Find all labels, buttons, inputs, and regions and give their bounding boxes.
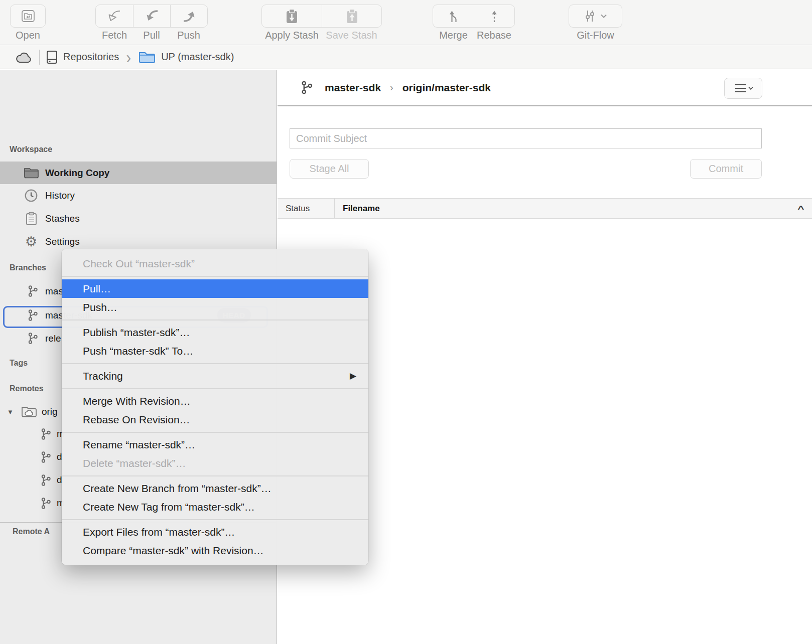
save-stash-icon	[345, 9, 359, 24]
open-button[interactable]	[11, 5, 45, 27]
menu-separator	[62, 363, 368, 364]
menu-item-compare-with-revision[interactable]: Compare “master-sdk” with Revision…	[62, 541, 368, 560]
menu-item-label: Check Out “master-sdk”	[83, 258, 356, 270]
stage-all-button[interactable]: Stage All	[290, 159, 369, 179]
menu-item-push-to[interactable]: Push “master-sdk” To…	[62, 342, 368, 360]
breadcrumb: Repositories › UP (master-sdk)	[0, 45, 812, 69]
local-repos-icon[interactable]	[46, 50, 58, 65]
sidebar-item-label: Working Copy	[45, 168, 109, 179]
menu-item-label: Compare “master-sdk” with Revision…	[83, 545, 356, 557]
menu-separator	[62, 519, 368, 520]
menu-separator	[62, 388, 368, 389]
menu-item-rename[interactable]: Rename “master-sdk”…	[62, 435, 368, 454]
menu-item-label: Publish “master-sdk”…	[83, 327, 356, 339]
commit-subject-input[interactable]	[290, 128, 762, 148]
branch-icon	[38, 428, 53, 440]
menu-item-export-files[interactable]: Export Files from “master-sdk”…	[62, 523, 368, 541]
pull-icon	[144, 8, 160, 24]
tracked-remote-branch-name: origin/master-sdk	[402, 82, 491, 94]
sidebar-item-label: History	[45, 190, 75, 201]
menu-item-label: Merge With Revision…	[83, 395, 356, 407]
pull-label: Pull	[133, 30, 170, 41]
remote-label: orig	[42, 406, 58, 417]
branch-context-menu: Check Out “master-sdk” Pull… Push… Publi…	[62, 249, 368, 565]
branch-header-chevron-icon: ›	[390, 82, 393, 93]
menu-item-label: Delete “master-sdk”…	[83, 457, 356, 469]
branch-icon	[25, 332, 40, 345]
rebase-button[interactable]	[474, 5, 514, 27]
merge-label: Merge	[433, 30, 474, 41]
remote-branch-label: d	[57, 474, 62, 486]
submenu-arrow-icon: ▶	[350, 371, 356, 381]
remote-branch-label: d	[57, 451, 62, 462]
menu-item-label: Pull…	[83, 283, 356, 295]
menu-item-label: Push “master-sdk” To…	[83, 345, 356, 357]
open-label: Open	[11, 30, 45, 41]
menu-item-rebase-on-revision[interactable]: Rebase On Revision…	[62, 410, 368, 429]
menu-item-label: Export Files from “master-sdk”…	[83, 526, 356, 538]
clock-icon	[23, 189, 40, 203]
menu-item-tracking[interactable]: Tracking▶	[62, 367, 368, 385]
menu-item-create-tag[interactable]: Create New Tag from “master-sdk”…	[62, 498, 368, 516]
menu-item-pull[interactable]: Pull…	[62, 279, 368, 298]
gitflow-button[interactable]	[569, 5, 622, 27]
menu-item-label: Create New Tag from “master-sdk”…	[83, 501, 356, 513]
sidebar-item-history[interactable]: History	[0, 184, 277, 207]
menu-item-publish[interactable]: Publish “master-sdk”…	[62, 323, 368, 342]
gitflow-icon	[584, 9, 597, 23]
menu-item-push[interactable]: Push…	[62, 298, 368, 316]
collapse-chevron-icon[interactable]: ^	[798, 204, 812, 213]
merge-button[interactable]	[433, 5, 474, 27]
branch-icon	[300, 80, 313, 95]
fetch-label: Fetch	[96, 30, 133, 41]
current-branch-name: master-sdk	[325, 82, 381, 94]
menu-item-merge-with-revision[interactable]: Merge With Revision…	[62, 392, 368, 410]
disclosure-triangle-icon[interactable]: ▼	[7, 408, 14, 416]
branch-header: master-sdk › origin/master-sdk	[278, 70, 812, 106]
branch-icon	[38, 474, 53, 487]
save-stash-button	[322, 5, 381, 27]
push-button[interactable]	[170, 5, 207, 27]
menu-item-label: Create New Branch from “master-sdk”…	[83, 482, 356, 495]
rebase-icon	[488, 9, 501, 24]
open-repo-icon	[21, 9, 36, 23]
push-icon	[181, 8, 197, 24]
sidebar-item-working-copy[interactable]: Working Copy	[0, 162, 277, 184]
breadcrumb-chevron-icon: ›	[126, 48, 131, 66]
menu-item-delete: Delete “master-sdk”…	[62, 454, 368, 472]
menu-item-create-branch[interactable]: Create New Branch from “master-sdk”…	[62, 479, 368, 498]
gitflow-button-group: Git-Flow	[569, 5, 622, 41]
menu-item-label: Tracking	[83, 370, 350, 382]
menu-item-label: Push…	[83, 301, 356, 313]
branch-icon	[38, 451, 53, 463]
menu-separator	[62, 276, 368, 277]
filename-column-header[interactable]: Filename	[335, 204, 800, 214]
branches-section-label: Branches	[10, 263, 46, 272]
apply-stash-button[interactable]	[262, 5, 322, 27]
breadcrumb-repositories[interactable]: Repositories	[63, 51, 119, 63]
cloud-icon[interactable]	[15, 50, 33, 64]
push-label: Push	[170, 30, 207, 41]
gear-icon: ⚙	[23, 234, 40, 250]
file-table-header: Status Filename ^	[278, 198, 812, 219]
clipboard-icon	[23, 212, 40, 226]
remote-folder-icon	[21, 405, 38, 418]
remotes-section-label: Remotes	[10, 384, 44, 393]
breadcrumb-current-repo[interactable]: UP (master-sdk)	[161, 51, 234, 63]
branch-icon	[38, 497, 53, 510]
stash-button-group: Apply Stash Save Stash	[261, 5, 382, 41]
status-column-header[interactable]: Status	[278, 204, 334, 214]
remote-accounts-section-label: Remote A	[13, 527, 50, 536]
rebase-label: Rebase	[474, 30, 514, 41]
commit-button[interactable]: Commit	[690, 159, 762, 179]
menu-separator	[62, 432, 368, 433]
apply-stash-icon	[285, 9, 299, 24]
sidebar-item-stashes[interactable]: Stashes	[0, 207, 277, 230]
gitflow-label: Git-Flow	[569, 30, 622, 41]
menu-item-checkout: Check Out “master-sdk”	[62, 254, 368, 273]
pull-button[interactable]	[133, 5, 170, 27]
menu-item-label: Rename “master-sdk”…	[83, 439, 356, 451]
view-options-button[interactable]	[724, 78, 762, 99]
fetch-button[interactable]	[96, 5, 133, 27]
sync-button-group: Fetch Pull Push	[95, 5, 208, 41]
